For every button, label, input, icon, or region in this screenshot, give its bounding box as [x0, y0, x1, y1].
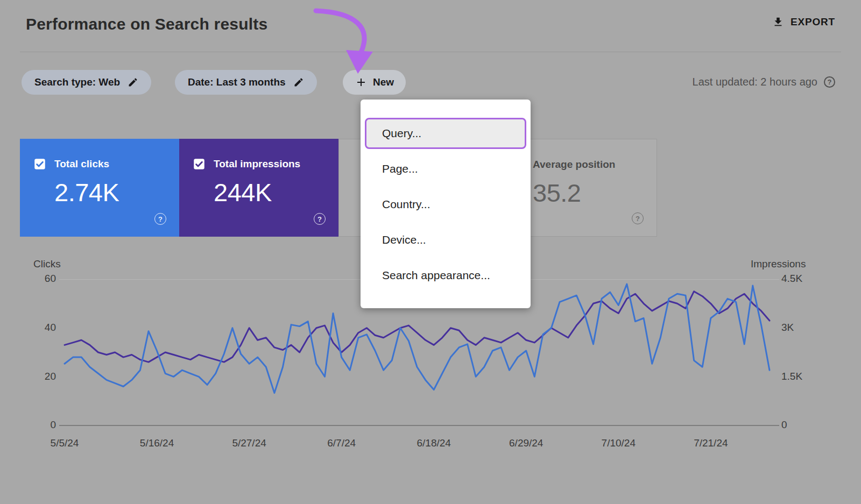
- x-axis-tick: 5/27/24: [232, 437, 266, 449]
- metric-card-value: 244K: [214, 178, 326, 207]
- edit-pencil-icon: [293, 77, 304, 88]
- x-axis-tick: 5/16/24: [140, 437, 174, 449]
- metric-card-total-clicks[interactable]: Total clicks 2.74K ?: [20, 139, 179, 237]
- header-divider: [20, 52, 841, 52]
- metric-card-value: 2.74K: [54, 178, 166, 207]
- dropdown-item-search-appearance[interactable]: Search appearance...: [361, 258, 531, 293]
- dropdown-item-country[interactable]: Country...: [361, 187, 531, 222]
- annotation-arrow-icon: [299, 3, 401, 78]
- search-type-label: Search type: Web: [34, 76, 120, 88]
- left-axis-tick: 40: [30, 322, 56, 333]
- left-axis-tick: 60: [30, 273, 56, 285]
- card-help-icon[interactable]: ?: [314, 213, 326, 225]
- search-type-chip[interactable]: Search type: Web: [22, 70, 151, 95]
- metric-card-label: Total impressions: [214, 158, 300, 170]
- x-axis-tick: 5/5/24: [51, 437, 79, 449]
- dropdown-item-query[interactable]: Query...: [365, 118, 526, 149]
- x-axis-tick: 6/18/24: [417, 437, 450, 449]
- right-axis-tick: 1.5K: [781, 371, 802, 382]
- export-button[interactable]: EXPORT: [772, 16, 835, 28]
- left-axis-title: Clicks: [33, 258, 61, 270]
- right-axis-tick: 3K: [781, 322, 794, 333]
- edit-pencil-icon: [128, 77, 138, 88]
- right-axis-tick: 4.5K: [781, 273, 802, 285]
- last-updated-text: Last updated: 2 hours ago: [693, 76, 817, 88]
- x-axis-tick: 6/7/24: [327, 437, 356, 449]
- dropdown-item-page[interactable]: Page...: [361, 151, 531, 187]
- card-help-icon[interactable]: ?: [154, 213, 166, 225]
- export-label: EXPORT: [791, 16, 835, 28]
- help-icon[interactable]: ?: [824, 76, 835, 88]
- last-updated: Last updated: 2 hours ago ?: [693, 76, 835, 88]
- card-help-icon[interactable]: ?: [632, 212, 644, 224]
- download-icon: [772, 16, 784, 28]
- new-filter-button[interactable]: New: [343, 70, 406, 95]
- left-axis-tick: 20: [30, 371, 56, 382]
- right-axis-tick: 0: [781, 419, 787, 431]
- checkbox-checked-icon[interactable]: [192, 157, 206, 171]
- date-filter-label: Date: Last 3 months: [188, 76, 286, 88]
- search-console-performance-page: Performance on Search results EXPORT Sea…: [0, 0, 861, 504]
- plus-icon: [355, 76, 368, 89]
- metric-card-total-impressions[interactable]: Total impressions 244K ?: [179, 139, 338, 237]
- dropdown-item-device[interactable]: Device...: [361, 222, 531, 258]
- new-filter-label: New: [373, 76, 394, 88]
- metric-card-label: Total clicks: [54, 158, 109, 170]
- x-axis-tick: 6/29/24: [509, 437, 543, 449]
- x-axis-tick: 7/10/24: [602, 437, 636, 449]
- date-filter-chip[interactable]: Date: Last 3 months: [175, 70, 317, 95]
- metric-card-value: 35.2: [533, 178, 644, 208]
- left-axis-tick: 0: [30, 419, 56, 431]
- right-axis-title: Impressions: [751, 258, 806, 270]
- checkbox-checked-icon[interactable]: [33, 157, 47, 171]
- metric-card-label: Average position: [533, 159, 615, 171]
- page-title: Performance on Search results: [26, 15, 267, 33]
- x-axis-tick: 7/21/24: [694, 437, 728, 449]
- new-filter-dropdown: Query... Page... Country... Device... Se…: [361, 100, 531, 308]
